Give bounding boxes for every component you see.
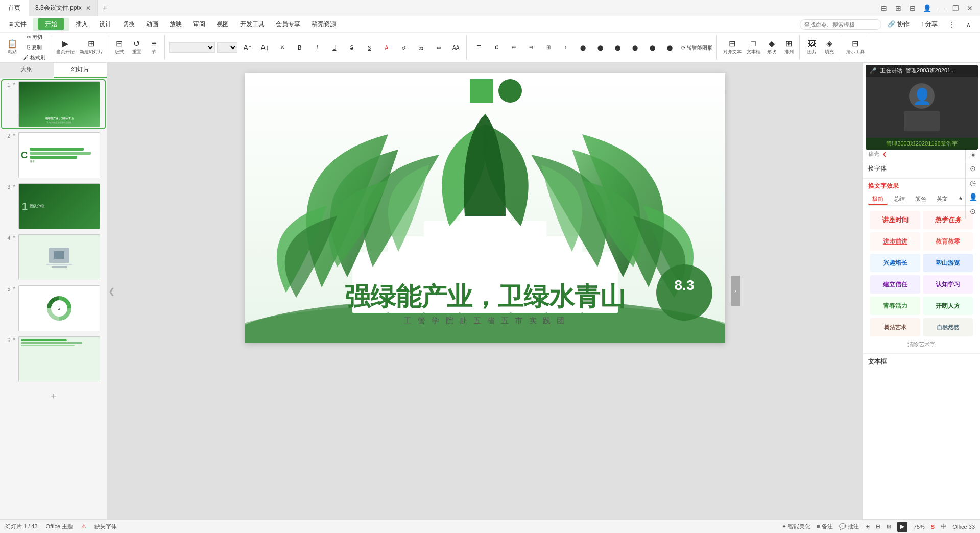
effect-shufa[interactable]: 树法艺术 [870,318,920,336]
more-btn[interactable]: ⋮ [944,19,960,30]
char-spacing-btn[interactable]: ⇔ [431,44,447,52]
sidebar-icon-3[interactable]: ◷ [966,176,980,190]
tab-slides[interactable]: 幻灯片 [54,63,107,78]
paste-btn[interactable]: 📋 粘贴 [4,39,20,56]
add-slide-btn[interactable]: ＋ [2,386,105,405]
effect-jiaoyujiaolin[interactable]: 教育教零 [923,232,973,251]
superscript-btn[interactable]: x² [396,44,412,52]
font-decrease-btn[interactable]: A↓ [257,42,273,53]
menu-review[interactable]: 审阅 [188,18,210,31]
effect-jianxin[interactable]: 建立信任 [870,275,920,294]
scroll-up-btn[interactable]: › [731,276,740,306]
align2-btn[interactable]: ⬤ [644,43,661,53]
sidebar-icon-5[interactable]: ⊙ [966,204,980,219]
slide-item-5[interactable]: 5 ★ 4 [2,284,105,332]
effect-ziran[interactable]: 自然然然 [923,318,973,336]
fill-btn[interactable]: ◈ 填充 [821,39,838,56]
layout-btn[interactable]: ⊟ 版式 [111,39,128,56]
textbox-btn[interactable]: □ 文本框 [745,39,762,56]
effect-kailang[interactable]: 开朗人方 [923,297,973,315]
window-minimize-btn[interactable]: ⊟ [878,2,890,14]
cut-btn[interactable]: ✂ 剪切 [21,33,47,42]
cooperate-btn[interactable]: 🔗 协作 [882,18,914,31]
panel-collapse-toggle[interactable]: ❮ [882,151,887,157]
view-mode2-btn[interactable]: ⊟ [876,523,880,530]
indent-dec-btn[interactable]: ⇐ [506,43,522,51]
new-slide-btn[interactable]: ⊞ 新建幻灯片 [78,39,105,56]
col-btn[interactable]: ⊞ [540,43,557,51]
shadow-btn[interactable]: S̲ [361,44,377,52]
italic-btn[interactable]: I [309,44,325,52]
menu-view[interactable]: 视图 [211,18,234,31]
style-tab-english[interactable]: 英文 [933,193,952,205]
menu-file[interactable]: ≡ 文件 [4,18,32,31]
num-list-btn[interactable]: ⑆ [488,43,505,51]
search-input[interactable] [800,19,881,30]
current-start-btn[interactable]: ▶ 当页开始 [54,39,77,56]
slide-item-3[interactable]: 3 ★ 1 团队介绍 [2,182,105,230]
notes-btn[interactable]: ≡ 备注 [817,523,832,530]
menu-member[interactable]: 会员专享 [271,18,305,31]
present-btn[interactable]: ▶ [897,522,907,532]
bullet-list-btn[interactable]: ☰ [471,43,487,51]
align-right-btn[interactable]: ⬤ [610,43,626,53]
align-text-btn[interactable]: ⊟ 对齐文本 [721,39,744,56]
window-restore-btn[interactable]: ❐ [949,2,962,14]
view-mode1-btn[interactable]: ⊞ [865,523,870,530]
font-color-btn[interactable]: A [378,44,395,52]
copy-btn[interactable]: ⎘ 复制 [21,43,47,52]
subscript-btn[interactable]: x₂ [413,44,429,52]
slide-item-1[interactable]: 1 ★ 强绿能产业，卫绿水青山 工管学院赴五省五市实践团 [2,80,105,128]
window-layout-btn[interactable]: ⊞ [892,2,904,14]
font-size-select[interactable] [217,42,237,53]
menu-transition[interactable]: 切换 [117,18,140,31]
menu-devtools[interactable]: 开发工具 [235,18,270,31]
menu-start[interactable]: 开始 [33,18,69,31]
shape-btn[interactable]: ◆ 形状 [763,39,780,56]
menu-design[interactable]: 设计 [94,18,116,31]
section-btn[interactable]: ≡ 节 [146,39,162,56]
missing-font-btn[interactable]: ⚠ [81,523,86,530]
window-grid-btn[interactable]: ⊟ [906,2,919,14]
menu-slideshow[interactable]: 放映 [164,18,187,31]
view-mode3-btn[interactable]: ⊠ [887,523,891,530]
align-justify-btn[interactable]: ⬤ [627,43,643,53]
sidebar-icon-4[interactable]: 👤 [966,190,980,204]
bold-btn[interactable]: B [292,44,308,52]
start-button[interactable]: 开始 [38,18,64,30]
font-family-select[interactable] [169,42,215,53]
font-effect-alt-btn[interactable]: AA [448,44,464,52]
image-btn[interactable]: 🖼 图片 [804,39,820,56]
style-tab-zongjie[interactable]: 总结 [890,193,909,205]
effect-xingqu[interactable]: 兴趣培长 [870,254,920,272]
underline-btn[interactable]: U [326,44,343,52]
left-panel-toggle[interactable]: ❮ [108,286,115,296]
align-left-btn[interactable]: ⬤ [575,43,591,53]
align-center-btn[interactable]: ⬤ [592,43,609,53]
font-increase-btn[interactable]: A↑ [240,42,256,53]
effect-jinbu[interactable]: 进步前进 [870,232,920,251]
strikethrough-btn[interactable]: S [344,44,360,52]
effect-jiangzuo[interactable]: 讲座时间 [870,211,920,229]
slide-item-6[interactable]: 6 ★ [2,335,105,383]
align3-btn[interactable]: ⬤ [662,43,678,53]
slide-item-4[interactable]: 4 ★ [2,233,105,281]
tab-home[interactable]: 首页 [0,0,29,16]
sidebar-icon-2[interactable]: ⊙ [966,161,980,176]
tab-close-btn[interactable]: ✕ [86,5,91,12]
effect-paoshan[interactable]: 塑山游览 [923,254,973,272]
arrange-btn[interactable]: ⊞ 排列 [781,39,797,56]
user-avatar[interactable]: 👤 [921,2,933,14]
smart-shape-btn[interactable]: ⟳ 转智能图形 [679,43,714,53]
menu-resources[interactable]: 稿壳资源 [306,18,341,31]
menu-insert[interactable]: 插入 [70,18,93,31]
style-tab-jijian[interactable]: 极简 [868,193,888,205]
comments-btn[interactable]: 💬 批注 [839,523,859,530]
tab-add-btn[interactable]: + [98,0,112,16]
window-minimize2-btn[interactable]: — [935,2,947,14]
smart-optimize-btn[interactable]: ✦ 智能美化 [782,523,810,530]
clear-art-btn[interactable]: 清除艺术字 [868,338,975,350]
window-close-btn[interactable]: ✕ [964,2,976,14]
reset-btn[interactable]: ↺ 重置 [129,39,145,56]
menu-animation[interactable]: 动画 [141,18,163,31]
